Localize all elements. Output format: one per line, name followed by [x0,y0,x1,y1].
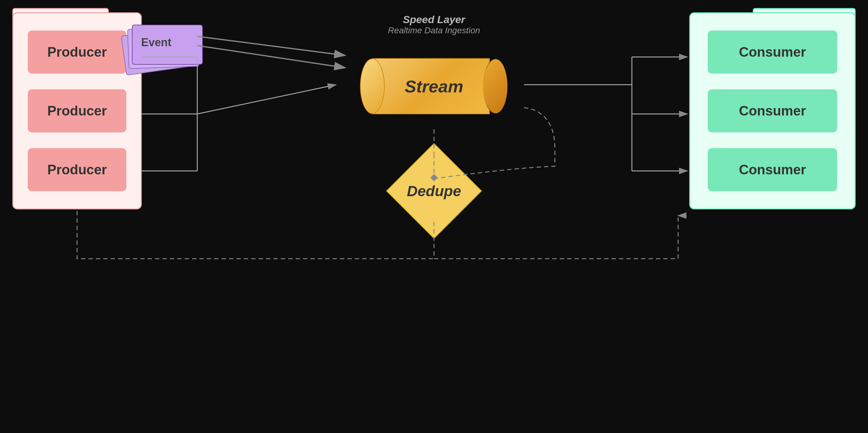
dedupe-container: Dedupe [391,148,477,234]
producer-bottom-dashed [77,211,434,259]
merge-to-stream [197,85,336,114]
speed-layer-section: Speed Layer Realtime Data Ingestion [388,13,480,35]
dedupe-label: Dedupe [407,182,461,200]
consumer-box-2: Consumer [708,89,837,132]
consumer-box-1: Consumer [708,31,837,74]
cylinder-right [483,59,508,114]
producer-box-2: Producer [28,89,126,132]
producer-box-1: Producer [28,31,126,74]
diagram-container: Speed Layer Realtime Data Ingestion Prod… [0,0,868,433]
consumer-apps-box: Consumer Consumer Consumer [689,12,856,209]
consumer-box-3: Consumer [708,148,837,191]
cylinder-left [360,59,385,114]
event-card-front: Event [132,25,203,65]
stream-container: Stream [348,43,520,129]
speed-layer-subtitle: Realtime Data Ingestion [388,26,480,35]
speed-layer-title: Speed Layer [388,13,480,26]
stream-shape: Stream [360,49,508,123]
stream-label: Stream [405,76,463,96]
event-label: Event [141,36,172,49]
producer-box-3: Producer [28,148,126,191]
event-container: Event [123,25,222,86]
